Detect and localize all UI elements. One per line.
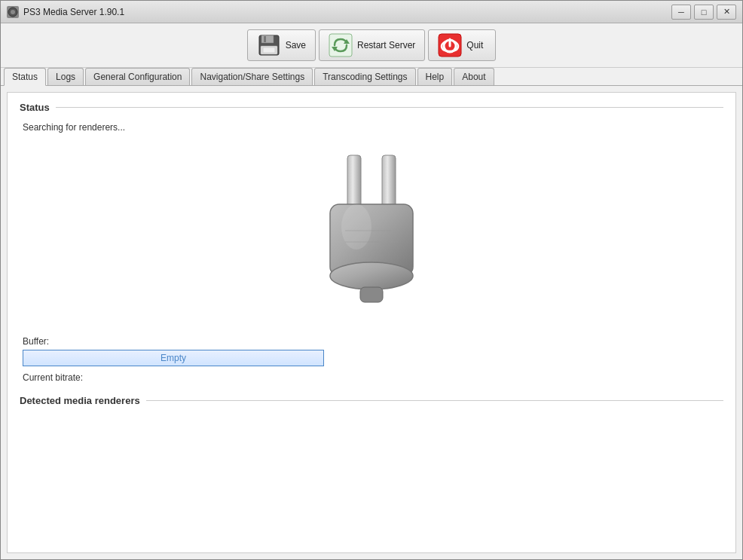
save-button[interactable]: Save xyxy=(247,29,316,61)
window-title: PS3 Media Server 1.90.1 xyxy=(23,7,671,17)
content-panel: Status Searching for renderers... xyxy=(7,92,736,553)
minimize-button[interactable]: ─ xyxy=(671,5,691,20)
buffer-value: Empty xyxy=(161,353,186,363)
svg-rect-14 xyxy=(382,155,396,208)
restart-button[interactable]: Restart Server xyxy=(319,29,425,61)
svg-point-1 xyxy=(11,10,15,14)
detected-section: Detected media renderers xyxy=(20,395,723,406)
maximize-button[interactable]: □ xyxy=(694,5,714,20)
svg-rect-7 xyxy=(329,34,352,57)
section-divider xyxy=(56,107,723,108)
svg-rect-6 xyxy=(263,47,275,53)
tab-transcoding[interactable]: Transcoding Settings xyxy=(314,68,415,85)
restart-label: Restart Server xyxy=(357,40,415,50)
tab-about[interactable]: About xyxy=(454,68,494,85)
save-icon xyxy=(257,33,281,57)
title-bar: PS3 Media Server 1.90.1 ─ □ ✕ xyxy=(1,1,742,23)
svg-rect-17 xyxy=(360,287,383,302)
status-section-title: Status xyxy=(20,102,50,113)
detected-section-header: Detected media renderers xyxy=(20,395,723,406)
quit-icon xyxy=(438,33,462,57)
tab-logs[interactable]: Logs xyxy=(47,68,84,85)
close-button[interactable]: ✕ xyxy=(717,5,736,20)
save-label: Save xyxy=(286,40,306,50)
svg-point-16 xyxy=(330,262,413,289)
buffer-bar: Empty xyxy=(23,350,324,366)
window-controls: ─ □ ✕ xyxy=(671,5,736,20)
plug-container xyxy=(20,148,723,314)
buffer-label: Buffer: xyxy=(23,336,723,347)
detected-section-title: Detected media renderers xyxy=(20,395,140,406)
svg-rect-4 xyxy=(264,36,266,42)
plug-icon xyxy=(296,148,447,314)
quit-label: Quit xyxy=(466,40,483,50)
svg-point-18 xyxy=(341,204,372,249)
app-icon xyxy=(7,6,19,18)
app-window: PS3 Media Server 1.90.1 ─ □ ✕ Save xyxy=(0,0,743,560)
status-section-header: Status xyxy=(20,102,723,113)
toolbar: Save Restart Server xyxy=(1,23,742,68)
tabs-bar: Status Logs General Configuration Naviga… xyxy=(1,68,742,86)
tab-navigation[interactable]: Navigation/Share Settings xyxy=(191,68,313,85)
tab-help[interactable]: Help xyxy=(417,68,453,85)
bitrate-label: Current bitrate: xyxy=(23,372,723,383)
tab-general[interactable]: General Configuration xyxy=(85,68,190,85)
svg-rect-13 xyxy=(347,155,361,208)
quit-button[interactable]: Quit xyxy=(428,29,496,61)
searching-text: Searching for renderers... xyxy=(20,122,723,133)
svg-rect-3 xyxy=(261,35,274,43)
buffer-section: Buffer: Empty Current bitrate: xyxy=(20,336,723,383)
tab-status[interactable]: Status xyxy=(4,68,46,86)
restart-icon xyxy=(329,33,353,57)
detected-divider xyxy=(146,400,723,401)
main-content: Status Searching for renderers... xyxy=(1,86,742,559)
